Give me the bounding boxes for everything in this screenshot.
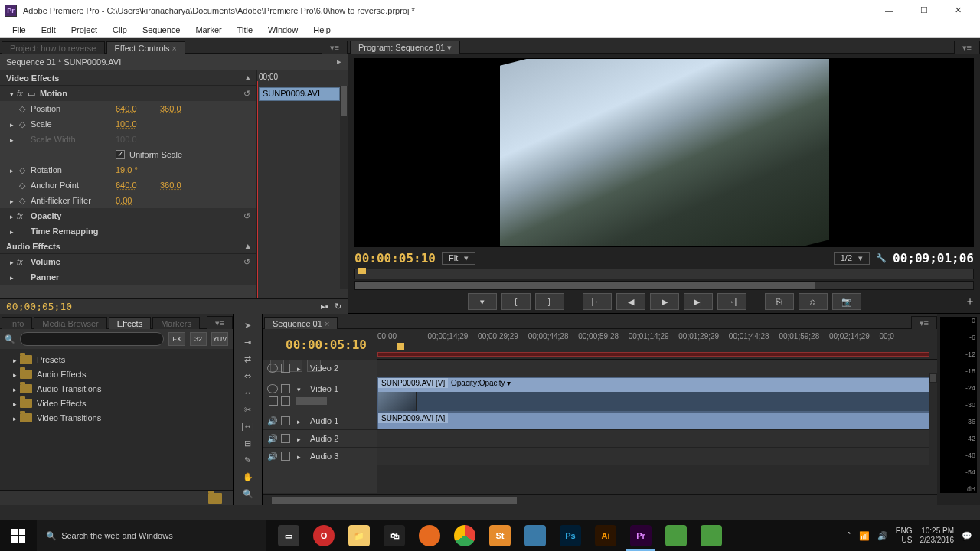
position-y[interactable]: 360.0 <box>160 104 191 113</box>
playhead-line[interactable] <box>397 360 397 493</box>
taskbar-search[interactable]: 🔍 Search the web and Windows <box>37 520 266 551</box>
slip-tool-icon[interactable]: |↔| <box>239 419 257 433</box>
lock-icon[interactable] <box>281 452 290 461</box>
track-header-v2[interactable]: Video 2 <box>263 360 377 377</box>
motion-group[interactable]: ▭ Motion ↺ <box>0 86 256 101</box>
network-icon[interactable]: 📶 <box>859 531 870 541</box>
photoshop-icon[interactable]: Ps <box>553 520 588 551</box>
position-x[interactable]: 640.0 <box>116 104 146 113</box>
lock-icon[interactable] <box>281 364 290 373</box>
rotation-value[interactable]: 19.0 ° <box>116 165 146 174</box>
effects-search-input[interactable] <box>20 332 164 346</box>
ripple-edit-tool-icon[interactable]: ⇄ <box>239 352 257 366</box>
lock-icon[interactable] <box>281 434 290 443</box>
lane-a2[interactable] <box>377 430 937 448</box>
app-icon[interactable] <box>658 520 694 551</box>
program-monitor[interactable] <box>354 58 974 247</box>
button-editor-icon[interactable]: ＋ <box>965 295 975 308</box>
slide-tool-icon[interactable]: ⊟ <box>239 436 257 450</box>
step-forward-button[interactable]: ▶| <box>684 293 713 310</box>
timeline-timecode[interactable]: 00:00:05:10 <box>286 337 367 352</box>
tree-video-effects[interactable]: Video Effects <box>5 396 228 410</box>
32bit-effects-icon[interactable]: 32 <box>190 332 207 346</box>
resolution-dropdown[interactable]: 1/2▾ <box>834 252 870 265</box>
track-header-v1[interactable]: Video 1 <box>263 377 377 412</box>
menu-sequence[interactable]: Sequence <box>135 24 188 36</box>
rolling-edit-tool-icon[interactable]: ⇔ <box>239 369 257 383</box>
lane-v2[interactable] <box>377 360 937 377</box>
program-scrubber[interactable] <box>354 269 974 279</box>
extract-button[interactable]: ⎌ <box>799 293 828 310</box>
chevron-right-icon[interactable]: ▸ <box>337 57 341 67</box>
timeline-h-scrollbar[interactable] <box>263 494 937 505</box>
menu-file[interactable]: File <box>5 24 34 36</box>
go-to-out-button[interactable]: →| <box>717 293 746 310</box>
playhead-marker[interactable] <box>358 268 366 274</box>
track-header-a1[interactable]: 🔊 Audio 1 <box>263 412 377 430</box>
volume-group[interactable]: Volume ↺ <box>0 254 256 269</box>
menu-project[interactable]: Project <box>64 24 105 36</box>
track-header-a2[interactable]: 🔊 Audio 2 <box>263 430 377 448</box>
tab-markers[interactable]: Markers <box>152 317 200 329</box>
maximize-button[interactable]: ☐ <box>906 2 941 19</box>
tab-info[interactable]: Info <box>2 317 32 329</box>
razor-tool-icon[interactable]: ✂ <box>239 403 257 416</box>
tab-effect-controls[interactable]: Effect Controls × <box>106 41 185 54</box>
app-icon[interactable] <box>518 520 553 551</box>
tab-effects[interactable]: Effects <box>109 317 151 329</box>
tab-sequence[interactable]: Sequence 01 × <box>264 317 338 329</box>
ec-loop-icon[interactable]: ↻ <box>335 302 341 311</box>
menu-title[interactable]: Title <box>230 24 260 36</box>
app-icon[interactable] <box>694 520 729 551</box>
sublime-icon[interactable]: St <box>482 520 518 551</box>
clip-video1[interactable]: SUNP0009.AVI [V] Opacity:Opacity ▾ <box>377 377 929 412</box>
tab-program[interactable]: Program: Sequence 01 ▾ <box>350 41 460 54</box>
task-view-icon[interactable]: ▭ <box>271 520 306 551</box>
go-to-in-button[interactable]: |← <box>583 293 612 310</box>
store-icon[interactable]: 🛍 <box>377 520 412 551</box>
rate-stretch-tool-icon[interactable]: ↔ <box>239 386 257 399</box>
program-zoom-bar[interactable] <box>354 281 974 290</box>
anchor-x[interactable]: 640.0 <box>116 181 146 190</box>
new-bin-icon[interactable] <box>208 493 222 504</box>
selection-tool-icon[interactable]: ➤ <box>239 318 257 332</box>
anchor-y[interactable]: 360.0 <box>160 181 191 190</box>
eye-icon[interactable] <box>267 384 278 393</box>
lane-a3[interactable] <box>377 448 937 465</box>
panel-menu-icon[interactable]: ▾≡ <box>954 41 980 54</box>
accelerated-effects-icon[interactable]: FX <box>168 332 185 346</box>
tree-audio-transitions[interactable]: Audio Transitions <box>5 381 228 396</box>
track-select-tool-icon[interactable]: ⇥ <box>239 335 257 349</box>
clock[interactable]: 10:25 PM2/23/2016 <box>920 527 955 545</box>
menu-window[interactable]: Window <box>260 24 305 36</box>
mark-clip-button[interactable]: } <box>535 293 564 310</box>
panner-group[interactable]: Panner <box>0 269 256 285</box>
mark-out-button[interactable]: { <box>501 293 531 310</box>
clip-audio1[interactable]: SUNP0009.AVI [A] <box>377 412 929 429</box>
tab-project[interactable]: Project: how to reverse <box>2 41 105 54</box>
reset-icon[interactable]: ↺ <box>243 257 250 267</box>
speaker-icon[interactable]: 🔊 <box>267 434 278 444</box>
antiflicker-value[interactable]: 0.00 <box>116 196 146 205</box>
illustrator-icon[interactable]: Ai <box>588 520 623 551</box>
work-area-bar[interactable] <box>377 352 929 357</box>
explorer-icon[interactable]: 📁 <box>341 520 377 551</box>
tree-presets[interactable]: Presets <box>5 352 228 367</box>
firefox-icon[interactable] <box>412 520 447 551</box>
volume-icon[interactable]: 🔊 <box>877 531 888 541</box>
speaker-icon[interactable]: 🔊 <box>267 416 278 426</box>
zoom-fit-dropdown[interactable]: Fit▾ <box>442 252 475 265</box>
minimize-button[interactable]: — <box>872 2 906 19</box>
opacity-group[interactable]: Opacity ↺ <box>0 208 256 223</box>
eye-icon[interactable] <box>267 364 278 373</box>
export-frame-button[interactable]: 📷 <box>832 293 861 310</box>
yuv-effects-icon[interactable]: YUV <box>211 332 228 346</box>
track-header-a3[interactable]: 🔊 Audio 3 <box>263 448 377 465</box>
menu-clip[interactable]: Clip <box>105 24 135 36</box>
pen-tool-icon[interactable]: ✎ <box>239 453 257 467</box>
tab-media-browser[interactable]: Media Browser <box>34 317 106 329</box>
program-timecode-left[interactable]: 00:00:05:10 <box>354 251 436 266</box>
lane-a1[interactable]: SUNP0009.AVI [A] <box>377 412 937 430</box>
menu-marker[interactable]: Marker <box>188 24 229 36</box>
menu-edit[interactable]: Edit <box>34 24 64 36</box>
